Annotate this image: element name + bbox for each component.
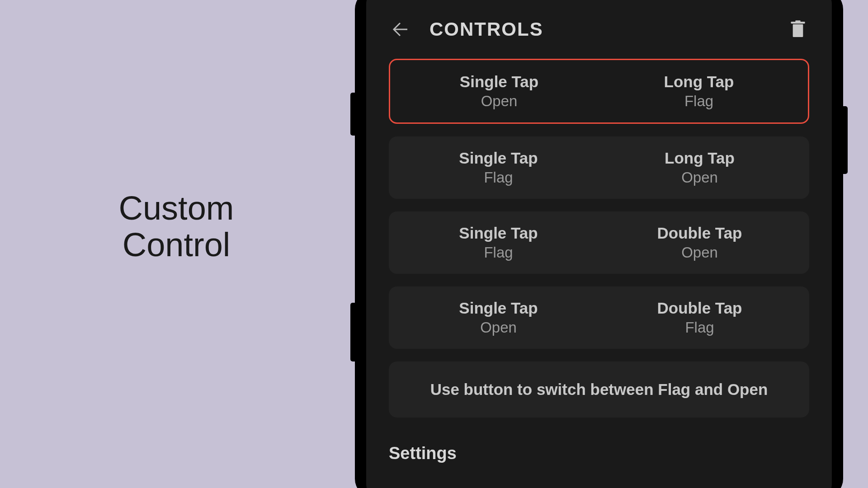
option-value: Flag: [398, 244, 599, 261]
left-panel: Custom Control: [0, 0, 353, 488]
option-label: Single Tap: [398, 224, 599, 242]
control-option-switch[interactable]: Use button to switch between Flag and Op…: [389, 361, 809, 418]
option-value: Flag: [599, 319, 800, 336]
option-right: Long Tap Open: [599, 149, 800, 186]
option-left: Single Tap Flag: [398, 149, 599, 186]
option-value: Flag: [599, 93, 799, 110]
option-label: Double Tap: [599, 299, 800, 317]
phone-button-left-bottom: [350, 303, 355, 361]
phone-screen: CONTROLS Single Tap Open Long Tap Flag: [366, 0, 832, 488]
svg-rect-0: [793, 24, 803, 37]
description-line-1: Custom: [119, 189, 234, 227]
svg-rect-2: [795, 20, 800, 22]
option-label: Long Tap: [599, 73, 799, 91]
options-container: Single Tap Open Long Tap Flag Single Tap…: [366, 59, 832, 418]
option-right: Long Tap Flag: [599, 73, 799, 110]
option-left: Single Tap Flag: [398, 224, 599, 261]
option-label: Double Tap: [599, 224, 800, 242]
back-arrow-icon: [391, 20, 409, 38]
control-option-1[interactable]: Single Tap Open Long Tap Flag: [389, 59, 809, 124]
header-title: CONTROLS: [429, 19, 769, 40]
control-option-4[interactable]: Single Tap Open Double Tap Flag: [389, 286, 809, 349]
option-label: Long Tap: [599, 149, 800, 167]
phone-button-right: [843, 106, 848, 174]
phone-button-left-top: [350, 93, 355, 136]
option-label: Single Tap: [398, 149, 599, 167]
option-left: Single Tap Open: [399, 73, 599, 110]
control-option-3[interactable]: Single Tap Flag Double Tap Open: [389, 211, 809, 274]
phone-frame: CONTROLS Single Tap Open Long Tap Flag: [355, 0, 843, 488]
option-value: Open: [599, 244, 800, 261]
option-label: Single Tap: [399, 73, 599, 91]
option-value: Open: [599, 169, 800, 186]
back-button[interactable]: [389, 18, 411, 41]
control-option-2[interactable]: Single Tap Flag Long Tap Open: [389, 136, 809, 199]
option-left: Single Tap Open: [398, 299, 599, 336]
page-description: Custom Control: [119, 190, 234, 263]
switch-option-text: Use button to switch between Flag and Op…: [398, 380, 800, 399]
option-label: Single Tap: [398, 299, 599, 317]
option-right: Double Tap Flag: [599, 299, 800, 336]
option-value: Open: [399, 93, 599, 110]
option-right: Double Tap Open: [599, 224, 800, 261]
trash-button[interactable]: [787, 18, 809, 41]
option-value: Open: [398, 319, 599, 336]
description-line-2: Control: [123, 226, 231, 263]
settings-section-title: Settings: [366, 430, 832, 463]
option-value: Flag: [398, 169, 599, 186]
trash-icon: [790, 20, 806, 38]
app-header: CONTROLS: [366, 0, 832, 59]
